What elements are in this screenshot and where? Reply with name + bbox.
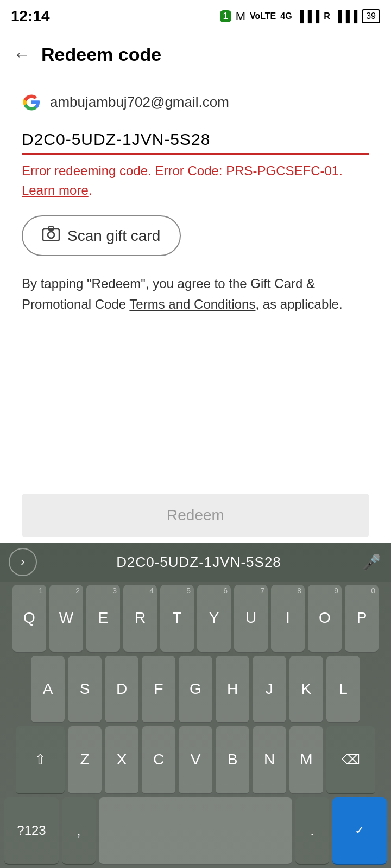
key-l[interactable]: L [326,656,360,724]
camera-icon [42,226,60,245]
key-r[interactable]: 4R [123,585,157,653]
status-time: 12:14 [11,8,50,25]
scan-gift-card-button[interactable]: Scan gift card [22,215,181,256]
google-logo [22,92,41,112]
status-icons: 1 M VoLTE 4G ▐▐▐ R ▐▐▐ 39 [220,9,380,23]
signal-r-icon: R [324,11,330,21]
microphone-icon[interactable]: 🎤 [361,551,382,573]
code-input-container [22,127,369,155]
key-k[interactable]: K [289,656,323,724]
keyboard-row-1: 1Q 2W 3E 4R 5T 6Y 7U 8I 9O 0P [4,585,387,653]
page-title: Redeem code [41,44,161,65]
error-message: Error redeeming code. Error Code: PRS-PG… [22,161,369,200]
svg-rect-0 [43,229,59,241]
volte-icon: VoLTE [250,11,276,21]
account-email: ambujambuj702@gmail.com [50,94,229,111]
key-a[interactable]: A [31,656,65,724]
suggestion-expand-button[interactable]: › [9,548,37,576]
code-input[interactable] [22,127,369,155]
svg-point-1 [48,232,54,238]
content-area: ambujambuj702@gmail.com Error redeeming … [0,76,391,326]
suggestion-bar: › D2C0-5UDZ-1JVN-5S28 🎤 [0,542,391,582]
signal-bars-2: ▐▐▐ [335,10,358,23]
key-p[interactable]: 0P [345,585,379,653]
keyboard-area: › D2C0-5UDZ-1JVN-5S28 🎤 1Q 2W 3E 4R 5T 6… [0,542,391,868]
battery-icon: 39 [362,9,380,23]
key-d[interactable]: D [105,656,138,724]
keyboard-row-2: A S D F G H J K L [4,656,387,724]
error-text: Error redeeming code. Error Code: PRS-PG… [22,163,343,178]
terms-text-2: , as applicable. [255,297,342,311]
symbols-key[interactable]: ?123 [4,797,59,865]
app-bar: ← Redeem code [0,33,391,76]
key-y[interactable]: 6Y [197,585,231,653]
key-m[interactable]: M [289,726,323,794]
key-j[interactable]: J [253,656,286,724]
suggestion-text: D2C0-5UDZ-1JVN-5S28 [43,554,354,571]
key-i[interactable]: 8I [271,585,305,653]
signal-bars-1: ▐▐▐ [297,10,320,23]
key-w[interactable]: 2W [49,585,83,653]
key-f[interactable]: F [142,656,175,724]
key-x[interactable]: X [105,726,138,794]
signal-4g-icon: 4G [280,11,292,21]
key-b[interactable]: B [216,726,249,794]
shift-key[interactable]: ⇧ [16,726,65,794]
space-key[interactable] [99,797,292,865]
network-badge-1: 1 [220,10,231,22]
key-h[interactable]: H [216,656,249,724]
redeem-button[interactable]: Redeem [22,494,369,537]
delete-key[interactable]: ⌫ [326,726,375,794]
gmail-icon: M [236,9,245,23]
key-g[interactable]: G [179,656,212,724]
status-bar: 12:14 1 M VoLTE 4G ▐▐▐ R ▐▐▐ 39 [0,0,391,33]
key-e[interactable]: 3E [86,585,120,653]
keyboard-keys: 1Q 2W 3E 4R 5T 6Y 7U 8I 9O 0P A S D F G … [0,582,391,868]
keyboard-row-3: ⇧ Z X C V B N M ⌫ [4,726,387,794]
back-button[interactable]: ← [13,46,30,63]
terms-text: By tapping "Redeem", you agree to the Gi… [22,273,369,315]
key-u[interactable]: 7U [234,585,268,653]
key-n[interactable]: N [253,726,286,794]
key-s[interactable]: S [68,656,102,724]
enter-key[interactable]: ✓ [332,797,387,865]
key-t[interactable]: 5T [160,585,194,653]
keyboard-row-4: ?123 , . ✓ [4,797,387,865]
scan-gift-card-label: Scan gift card [67,227,160,245]
key-o[interactable]: 9O [308,585,342,653]
comma-key[interactable]: , [62,797,96,865]
period-key[interactable]: . [295,797,329,865]
chevron-right-icon: › [21,555,24,569]
terms-link[interactable]: Terms and Conditions [129,297,255,311]
key-z[interactable]: Z [68,726,102,794]
learn-more-link[interactable]: Learn more [22,183,89,197]
key-v[interactable]: V [179,726,212,794]
key-q[interactable]: 1Q [12,585,46,653]
account-row: ambujambuj702@gmail.com [22,92,369,112]
key-c[interactable]: C [142,726,175,794]
